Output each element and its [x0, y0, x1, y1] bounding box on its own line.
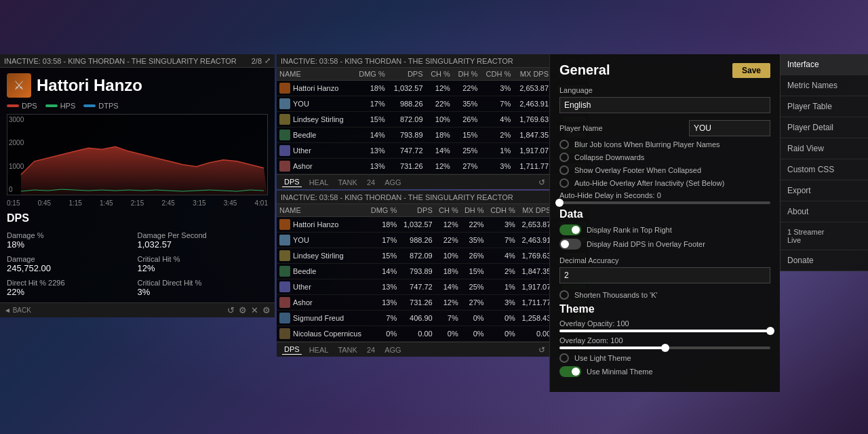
tab-agg-1[interactable]: AGG	[382, 178, 403, 187]
stat-dps: Damage Per Second 1,032.57	[138, 229, 269, 252]
sidebar-item-custom-css[interactable]: Custom CSS	[781, 159, 868, 180]
cell-dh: 25%	[461, 279, 487, 295]
overlay-zoom-track[interactable]	[559, 347, 770, 349]
table-row[interactable]: Beedle14%793.8918%15%2%1,847.35	[277, 264, 589, 279]
blur-job-row: Blur Job Icons When Blurring Player Name…	[559, 140, 770, 149]
table-row[interactable]: Ashor13%731.2612%27%3%1,711.77	[277, 159, 589, 174]
player-name-input[interactable]	[689, 120, 770, 136]
table-row[interactable]: Hattori Hanzo18%1,032.5712%22%3%2,653.87	[277, 81, 589, 96]
cell-dh: 25%	[453, 143, 480, 159]
cell-cdh: 2%	[487, 264, 518, 279]
player-name-cell: Sigmund Freud	[293, 314, 344, 322]
sidebar-item-about[interactable]: About	[781, 201, 868, 222]
cell-name: Hattori Hanzo	[277, 81, 353, 96]
table-row[interactable]: Ashor13%731.2612%27%3%1,711.77	[277, 295, 589, 311]
cell-dh: 15%	[453, 127, 480, 143]
theme-section: Theme Overlay Opacity: 100 Overlay Zoom:…	[559, 303, 770, 377]
table-row[interactable]: Sigmund Freud7%406.907%0%0%1,258.43	[277, 311, 589, 326]
cell-cdh: 3%	[480, 81, 513, 96]
table-row[interactable]: Uther13%747.7214%25%1%1,917.07	[277, 143, 589, 159]
decimal-accuracy-select[interactable]: 2	[559, 267, 770, 283]
job-icon	[279, 250, 290, 261]
settings-icon[interactable]: ⚙	[239, 305, 247, 315]
dtps-color	[83, 104, 96, 107]
rank-top-right-toggle[interactable]	[559, 224, 581, 235]
col2-mxdps: MX DPS	[518, 204, 554, 217]
table-row[interactable]: YOU17%988.2622%35%7%2,463.91	[277, 233, 589, 248]
cell-dps: 872.09	[399, 248, 435, 264]
tab-heal-1[interactable]: HEAL	[307, 178, 331, 187]
tab-dps-1[interactable]: DPS	[282, 177, 302, 187]
expand-icon[interactable]: ⤢	[264, 56, 271, 65]
decimal-accuracy-label: Decimal Accuracy	[559, 256, 770, 264]
gear-icon[interactable]: ⚙	[262, 305, 271, 315]
tab-24-2[interactable]: 24	[365, 345, 377, 355]
cell-name: Ashor	[277, 159, 353, 174]
stat-damage-pct-value: 18%	[7, 239, 138, 250]
sidebar-item-metric-names[interactable]: Metric Names	[781, 75, 868, 96]
sidebar-item-export[interactable]: Export	[781, 180, 868, 201]
col2-ch: CH %	[435, 204, 461, 217]
table-row[interactable]: Lindsey Stirling15%872.0910%26%4%1,769.6…	[277, 248, 589, 264]
theme-section-title: Theme	[559, 303, 770, 315]
show-footer-radio[interactable]	[559, 165, 569, 175]
player-name-cell: Beedle	[293, 267, 316, 275]
cell-dh: 22%	[461, 217, 487, 233]
shorten-thousands-radio[interactable]	[559, 290, 569, 300]
table-row[interactable]: YOU17%988.2622%35%7%2,463.91	[277, 96, 589, 112]
sidebar-item-player-table[interactable]: Player Table	[781, 96, 868, 117]
reset-icon-2[interactable]: ↺	[538, 345, 545, 355]
raid-dps-footer-toggle[interactable]	[559, 239, 581, 250]
cell-dmg_pct: 13%	[367, 279, 399, 295]
overlay-opacity-thumb[interactable]	[766, 327, 774, 335]
sidebar-item-player-detail[interactable]: Player Detail	[781, 117, 868, 138]
reset-icon-1[interactable]: ↺	[538, 178, 545, 187]
overlay-opacity-fill	[559, 330, 770, 332]
cell-cdh: 2%	[480, 127, 513, 143]
sidebar-item-raid-view[interactable]: Raid View	[781, 138, 868, 159]
cell-cdh: 7%	[480, 96, 513, 112]
table2-title: INACTIVE: 03:58 - KING THORDAN - THE SIN…	[281, 193, 513, 201]
tab-dps-2[interactable]: DPS	[282, 344, 302, 355]
col2-cdh: CDH %	[487, 204, 518, 217]
table-row[interactable]: Hattori Hanzo18%1,032.5712%22%3%2,653.87	[277, 217, 589, 233]
close-icon[interactable]: ✕	[251, 305, 258, 315]
overlay-opacity-track[interactable]	[559, 330, 770, 332]
table-row[interactable]: Uther13%747.7214%25%1%1,917.07	[277, 279, 589, 295]
minimal-theme-toggle[interactable]	[559, 366, 581, 377]
tab-agg-2[interactable]: AGG	[382, 345, 403, 355]
left-header-right: 2/8 ⤢	[252, 56, 271, 65]
cell-dmg_pct: 15%	[367, 248, 399, 264]
back-button[interactable]: ◄ BACK	[4, 307, 31, 314]
player-name-cell: Uther	[293, 283, 311, 291]
player-icon: ⚔	[7, 73, 31, 98]
sidebar-item-streamer-live[interactable]: 1 StreamerLive	[781, 222, 868, 250]
overlay-zoom-thumb[interactable]	[661, 344, 669, 352]
auto-hide-slider-track[interactable]	[559, 201, 770, 204]
sidebar-item-interface[interactable]: Interface	[781, 54, 868, 75]
save-button[interactable]: Save	[732, 63, 770, 78]
dps-color	[7, 104, 19, 107]
auto-hide-radio[interactable]	[559, 178, 569, 188]
settings-title: General	[559, 62, 610, 78]
col-dh: DH %	[453, 68, 480, 81]
table-widget-1: INACTIVE: 03:58 - KING THORDAN - THE SIN…	[277, 54, 589, 189]
tab-heal-2[interactable]: HEAL	[307, 345, 331, 355]
collapse-down-radio[interactable]	[559, 153, 569, 162]
table-row[interactable]: Beedle14%793.8918%15%2%1,847.35	[277, 127, 589, 143]
auto-hide-slider-thumb[interactable]	[555, 199, 564, 207]
table-row[interactable]: Lindsey Stirling15%872.0910%26%4%1,769.6…	[277, 112, 589, 127]
tab-tank-1[interactable]: TANK	[336, 178, 359, 187]
cell-dps: 0.00	[399, 326, 435, 342]
settings-header: General Save	[559, 62, 770, 78]
cell-dh: 27%	[453, 159, 480, 174]
stat-cdh: Critical Direct Hit % 3%	[138, 276, 269, 300]
tab-24-1[interactable]: 24	[365, 178, 377, 187]
language-select[interactable]: English	[559, 97, 770, 113]
sidebar-item-donate[interactable]: Donate	[781, 250, 868, 271]
light-theme-radio[interactable]	[559, 353, 569, 363]
table-row[interactable]: Nicolaus Copernicus0%0.000%0%0%0.00	[277, 326, 589, 342]
tab-tank-2[interactable]: TANK	[336, 345, 359, 355]
blur-job-radio[interactable]	[559, 140, 569, 149]
reset-icon[interactable]: ↺	[227, 305, 235, 315]
